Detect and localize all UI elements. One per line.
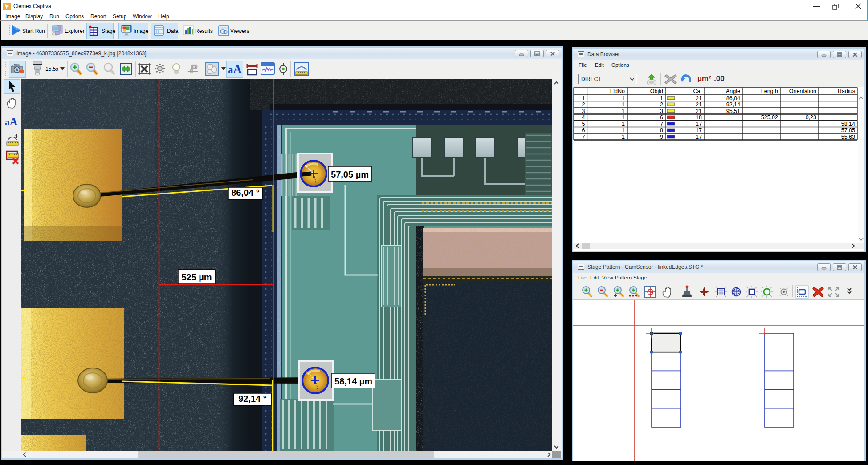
svg-text:18: 18 — [696, 114, 702, 121]
svg-text:92,14 °: 92,14 ° — [238, 394, 267, 404]
svg-text:57,05 µm: 57,05 µm — [331, 170, 369, 179]
svg-text:5: 5 — [582, 121, 585, 127]
svg-text:Length: Length — [761, 88, 778, 94]
svg-text:2: 2 — [660, 101, 663, 108]
svg-text:1: 1 — [582, 95, 585, 101]
svg-text:3: 3 — [660, 108, 663, 114]
svg-text:3: 3 — [582, 108, 585, 114]
svg-text:1: 1 — [622, 108, 625, 114]
svg-text:7: 7 — [582, 134, 585, 140]
svg-text:92,14: 92,14 — [726, 101, 740, 108]
svg-text:4: 4 — [582, 114, 585, 121]
svg-text:1: 1 — [622, 114, 625, 121]
svg-text:Cat: Cat — [693, 88, 702, 94]
svg-text:17: 17 — [696, 134, 702, 140]
svg-text:95,51: 95,51 — [726, 108, 740, 114]
svg-text:9: 9 — [660, 134, 663, 140]
svg-text:1: 1 — [660, 95, 663, 101]
svg-text:FldNo: FldNo — [610, 88, 625, 94]
svg-text:525 µm: 525 µm — [181, 272, 212, 282]
svg-text:Orientation: Orientation — [789, 88, 816, 94]
svg-text:58,14 µm: 58,14 µm — [334, 376, 372, 386]
svg-text:17: 17 — [696, 127, 702, 133]
svg-text:Angle: Angle — [726, 88, 740, 94]
svg-text:55,63: 55,63 — [841, 134, 855, 140]
svg-text:57,05: 57,05 — [841, 127, 855, 133]
svg-text:1: 1 — [622, 95, 625, 101]
svg-text:86,04 °: 86,04 ° — [231, 188, 260, 198]
svg-text:21: 21 — [696, 95, 702, 101]
svg-text:8: 8 — [660, 127, 663, 133]
svg-text:7: 7 — [660, 121, 663, 127]
svg-text:86,04: 86,04 — [726, 95, 740, 101]
svg-text:0,23: 0,23 — [806, 114, 816, 121]
svg-text:525,02: 525,02 — [761, 114, 778, 121]
svg-text:21: 21 — [696, 108, 702, 114]
svg-text:1: 1 — [622, 134, 625, 140]
svg-text:Objld: Objld — [650, 88, 663, 94]
svg-text:1: 1 — [622, 127, 625, 133]
svg-text:Radius: Radius — [838, 88, 855, 94]
svg-text:6: 6 — [660, 114, 663, 121]
svg-text:1: 1 — [622, 121, 625, 127]
svg-text:6: 6 — [582, 127, 585, 133]
svg-text:21: 21 — [696, 101, 702, 108]
svg-text:58,14: 58,14 — [841, 121, 855, 127]
svg-text:2: 2 — [582, 101, 585, 108]
svg-text:17: 17 — [696, 121, 702, 127]
svg-text:1: 1 — [622, 101, 625, 108]
